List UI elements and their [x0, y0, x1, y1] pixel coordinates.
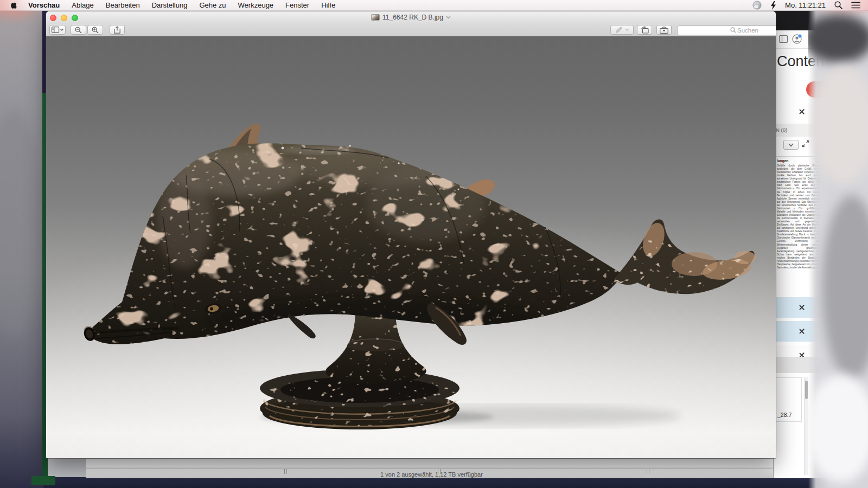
window-title: 11_6642 RK_D B.jpg — [382, 14, 443, 21]
apple-icon — [10, 1, 17, 9]
chevron-down-icon[interactable] — [446, 16, 451, 19]
menu-fenster[interactable]: Fenster — [279, 0, 315, 11]
menu-bar: Vorschau Ablage Bearbeiten Darstellung G… — [0, 0, 868, 11]
window-title-group: 11_6642 RK_D B.jpg — [46, 11, 776, 23]
blur-blob — [808, 374, 868, 483]
finder-status-text: 1 von 2 ausgewählt, 1,12 TB verfügbar — [86, 471, 777, 478]
document-proxy-icon[interactable] — [371, 14, 380, 21]
dropdown-select[interactable] — [783, 140, 799, 150]
menu-hilfe[interactable]: Hilfe — [315, 0, 341, 11]
desktop: 1 von 2 ausgewählt, 1,12 TB verfügbar — [0, 0, 868, 488]
scrollbar-thumb[interactable] — [805, 381, 808, 399]
rotate-button[interactable] — [637, 25, 652, 35]
preview-window: 11_6642 RK_D B.jpg — [46, 11, 776, 458]
blur-blob — [811, 65, 868, 184]
title-bar[interactable]: 11_6642 RK_D B.jpg — [46, 11, 776, 23]
sidebar-toggle-button[interactable] — [49, 25, 66, 35]
finder-status-bar: 1 von 2 ausgewählt, 1,12 TB verfügbar — [86, 458, 777, 478]
sidebar-icon[interactable] — [779, 35, 788, 43]
close-icon[interactable] — [799, 328, 805, 335]
photo-dolphin-askos — [46, 36, 776, 458]
menubar-clock[interactable]: Mo. 11:21:21 — [785, 1, 826, 9]
apple-menu[interactable] — [0, 1, 22, 9]
measure-label: _28.7 — [777, 412, 792, 418]
search-field[interactable] — [677, 25, 776, 35]
spotlight-icon[interactable] — [834, 1, 843, 9]
lightning-icon[interactable] — [770, 1, 776, 10]
share-icon — [114, 26, 120, 34]
menu-gehe-zu[interactable]: Gehe zu — [193, 0, 232, 11]
markup-pen-icon — [615, 27, 623, 34]
vessel-front-fin — [288, 314, 316, 338]
toolbox-icon — [660, 27, 668, 34]
desktop-left-blur — [0, 0, 43, 488]
user-sphere-icon[interactable] — [752, 1, 762, 10]
close-icon[interactable] — [799, 108, 805, 115]
markup-toolbox-button[interactable] — [656, 25, 672, 35]
zoom-in-icon — [92, 27, 99, 34]
rotate-left-icon — [641, 26, 649, 34]
share-button[interactable] — [110, 25, 125, 35]
menu-darstellung[interactable]: Darstellung — [146, 0, 194, 11]
toolbar — [46, 23, 776, 36]
desktop-right-blur — [808, 0, 868, 488]
notification-center-icon[interactable] — [851, 2, 860, 9]
zoom-out-icon — [75, 27, 82, 34]
profile-icon[interactable] — [792, 34, 802, 44]
divider — [86, 468, 777, 468]
close-icon[interactable] — [799, 304, 805, 311]
zoom-out-button[interactable] — [71, 25, 86, 35]
sidebar-icon — [52, 27, 63, 33]
wallpaper-green-strip — [31, 476, 55, 485]
blur-blob — [822, 195, 868, 380]
vessel-foot — [260, 314, 459, 429]
photo-viewer-canvas[interactable] — [46, 36, 776, 458]
zoom-in-button[interactable] — [87, 25, 103, 35]
blur-blob — [0, 108, 43, 336]
chevron-down-icon — [788, 143, 794, 147]
menu-ablage[interactable]: Ablage — [66, 0, 99, 11]
search-input[interactable] — [677, 25, 776, 35]
vessel-body — [87, 143, 756, 344]
result-card[interactable]: _28.7 — [775, 377, 802, 422]
markup-button[interactable] — [610, 25, 634, 35]
chevron-down-icon — [625, 28, 629, 31]
menu-vorschau[interactable]: Vorschau — [22, 0, 66, 11]
menu-bearbeiten[interactable]: Bearbeiten — [100, 0, 146, 11]
menu-werkzeuge[interactable]: Werkzeuge — [232, 0, 280, 11]
menubar-status-items: Mo. 11:21:21 — [752, 1, 868, 10]
desktop-bottom-strip — [0, 477, 868, 488]
blur-blob — [808, 14, 868, 63]
